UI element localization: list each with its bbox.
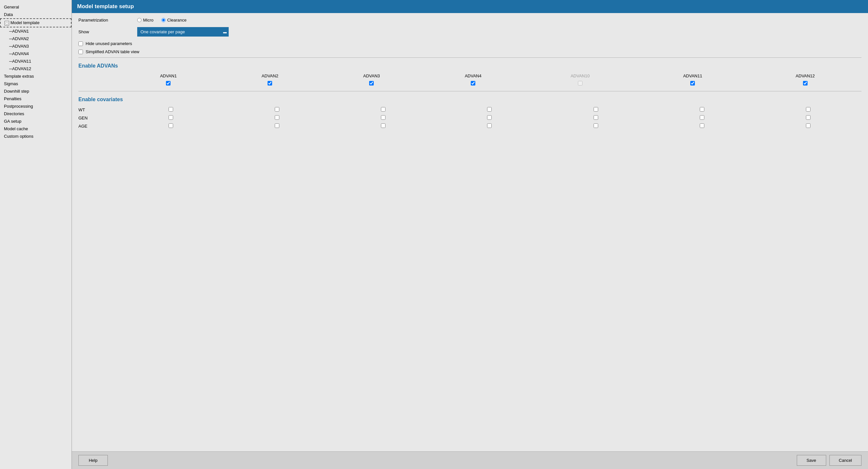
cov-checkbox-wt-4[interactable] (594, 107, 598, 112)
cov-cell-wt-5[interactable] (649, 106, 755, 114)
show-dropdown[interactable]: One covariate per page All covariates No… (137, 27, 229, 37)
advan-checkbox-advan2[interactable] (268, 81, 272, 86)
advan-check-advan1[interactable] (118, 80, 219, 88)
cov-cell-wt-4[interactable] (542, 106, 649, 114)
cancel-button[interactable]: Cancel (830, 455, 862, 466)
cov-cell-gen-0[interactable] (118, 114, 224, 122)
cov-checkbox-gen-1[interactable] (275, 115, 279, 120)
parametrization-row: Parametrization Micro Clearance (79, 18, 862, 23)
checkbox-0[interactable] (79, 41, 83, 46)
cov-checkbox-gen-3[interactable] (487, 115, 492, 120)
sidebar-item-advan2[interactable]: ─ADVAN2 (0, 35, 71, 42)
advan-check-advan3[interactable] (321, 80, 423, 88)
cov-checkbox-wt-0[interactable] (168, 107, 173, 112)
cov-checkbox-gen-6[interactable] (806, 115, 810, 120)
sidebar-item-sigmas[interactable]: Sigmas (0, 80, 71, 88)
sidebar-item-downhill-step[interactable]: Downhill step (0, 88, 71, 95)
advan-check-advan4[interactable] (423, 80, 524, 88)
advan-col-header-advan2: ADVAN2 (219, 72, 321, 80)
sidebar-item-penalties[interactable]: Penalties (0, 95, 71, 102)
sidebar-item-advan1[interactable]: ─ADVAN1 (0, 27, 71, 35)
cov-cell-gen-5[interactable] (649, 114, 755, 122)
advan-checkbox-advan1[interactable] (166, 81, 170, 86)
cov-cell-gen-3[interactable] (436, 114, 542, 122)
sidebar-item-general[interactable]: General (0, 3, 71, 11)
advan-check-advan10[interactable] (524, 80, 637, 88)
cov-checkbox-age-4[interactable] (594, 123, 598, 128)
sidebar-item-template-extras[interactable]: Template extras (0, 72, 71, 80)
cov-checkbox-age-2[interactable] (381, 123, 385, 128)
cov-checkbox-age-0[interactable] (168, 123, 173, 128)
cov-checkbox-wt-3[interactable] (487, 107, 492, 112)
sidebar-label: GA setup (4, 119, 21, 124)
cov-cell-age-5[interactable] (649, 122, 755, 130)
cov-cell-age-1[interactable] (224, 122, 330, 130)
cov-cell-wt-0[interactable] (118, 106, 224, 114)
cov-cell-age-2[interactable] (330, 122, 436, 130)
advan-check-advan2[interactable] (219, 80, 321, 88)
sidebar-item-advan3[interactable]: ─ADVAN3 (0, 42, 71, 50)
cov-cell-gen-2[interactable] (330, 114, 436, 122)
cov-row-gen: GEN (79, 114, 862, 122)
expand-icon[interactable]: □ (5, 21, 9, 26)
advan-check-advan12[interactable] (749, 80, 862, 88)
cov-checkbox-age-1[interactable] (275, 123, 279, 128)
cov-checkbox-gen-0[interactable] (168, 115, 173, 120)
save-button[interactable]: Save (797, 455, 826, 466)
advan-checkbox-advan11[interactable] (690, 81, 695, 86)
advan-checkbox-advan4[interactable] (471, 81, 475, 86)
sidebar: GeneralData□Model template─ADVAN1─ADVAN2… (0, 0, 72, 469)
cov-cell-gen-6[interactable] (755, 114, 862, 122)
cov-cell-age-6[interactable] (755, 122, 862, 130)
show-dropdown-wrapper[interactable]: One covariate per page All covariates No… (137, 27, 229, 37)
advan-check-advan11[interactable] (637, 80, 749, 88)
cov-checkbox-age-3[interactable] (487, 123, 492, 128)
checkbox-1[interactable] (79, 49, 83, 54)
enable-covariates-header: Enable covariates (79, 97, 862, 102)
cov-cell-wt-3[interactable] (436, 106, 542, 114)
sidebar-item-custom-options[interactable]: Custom options (0, 133, 71, 140)
cov-checkbox-wt-1[interactable] (275, 107, 279, 112)
sidebar-item-postprocessing[interactable]: Postprocessing (0, 102, 71, 110)
cov-cell-age-0[interactable] (118, 122, 224, 130)
sidebar-item-model-cache[interactable]: Model cache (0, 125, 71, 133)
cov-row-wt: WT (79, 106, 862, 114)
radio-clearance[interactable] (161, 18, 166, 22)
cov-cell-gen-1[interactable] (224, 114, 330, 122)
cov-checkbox-wt-6[interactable] (806, 107, 810, 112)
inner-content: Parametrization Micro Clearance Show (72, 13, 868, 451)
advan-checkbox-advan3[interactable] (369, 81, 374, 86)
cov-checkbox-gen-2[interactable] (381, 115, 385, 120)
sidebar-item-data[interactable]: Data (0, 11, 71, 18)
cov-cell-wt-2[interactable] (330, 106, 436, 114)
cov-checkbox-gen-4[interactable] (594, 115, 598, 120)
page-title: Model template setup (72, 0, 868, 13)
sidebar-item-ga-setup[interactable]: GA setup (0, 118, 71, 125)
radio-micro-option[interactable]: Micro (137, 18, 154, 23)
checkboxes-container: Hide unused parametersSimplified ADVAN t… (79, 41, 862, 54)
checkbox-label-1: Simplified ADVAN table view (86, 49, 140, 54)
enable-advans-header: Enable ADVANs (79, 63, 862, 69)
sidebar-item-advan4[interactable]: ─ADVAN4 (0, 50, 71, 58)
advan-checkbox-advan12[interactable] (803, 81, 808, 86)
cov-checkbox-age-6[interactable] (806, 123, 810, 128)
cov-cell-age-4[interactable] (542, 122, 649, 130)
cov-cell-wt-6[interactable] (755, 106, 862, 114)
sidebar-label: Postprocessing (4, 104, 33, 109)
sidebar-item-advan11[interactable]: ─ADVAN11 (0, 58, 71, 65)
cov-cell-gen-4[interactable] (542, 114, 649, 122)
cov-cell-age-3[interactable] (436, 122, 542, 130)
help-button[interactable]: Help (79, 455, 108, 466)
cov-checkbox-wt-5[interactable] (700, 107, 704, 112)
sidebar-item-model-template[interactable]: □Model template (0, 18, 71, 27)
cov-checkbox-age-5[interactable] (700, 123, 704, 128)
sidebar-item-directories[interactable]: Directories (0, 110, 71, 118)
radio-micro[interactable] (137, 18, 142, 22)
sidebar-label: General (4, 5, 19, 9)
sidebar-item-advan12[interactable]: ─ADVAN12 (0, 65, 71, 72)
advan-checkbox-advan10[interactable] (578, 81, 583, 86)
cov-cell-wt-1[interactable] (224, 106, 330, 114)
cov-checkbox-gen-5[interactable] (700, 115, 704, 120)
radio-clearance-option[interactable]: Clearance (161, 18, 187, 23)
cov-checkbox-wt-2[interactable] (381, 107, 385, 112)
